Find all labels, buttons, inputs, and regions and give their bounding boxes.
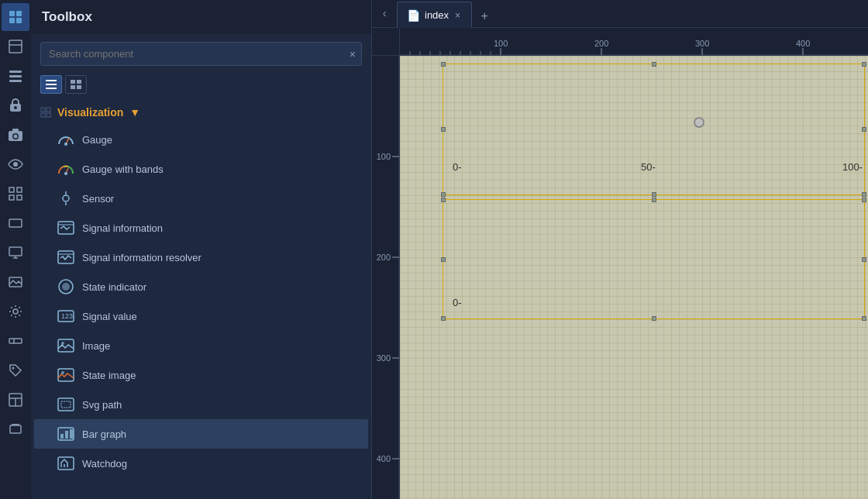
state-image-label: State image: [82, 370, 136, 381]
sensor-label: Sensor: [82, 193, 114, 205]
svg-rect-16: [9, 188, 14, 192]
sidebar-icon-home[interactable]: [2, 3, 29, 31]
resize-handle-tc[interactable]: [652, 62, 656, 67]
sidebar-icon-tag[interactable]: [2, 356, 29, 384]
svg-text:200: 200: [377, 253, 391, 262]
tab-icon: 📄: [407, 9, 420, 22]
resize-handle2-br[interactable]: [862, 316, 866, 321]
signal-resolver-icon: [57, 249, 74, 266]
sidebar-icon-layout[interactable]: [2, 33, 29, 60]
resize-handle2-tr[interactable]: [862, 198, 866, 202]
svg-rect-19: [17, 195, 22, 200]
svg-rect-3: [16, 18, 22, 23]
component-state-indicator[interactable]: State indicator: [34, 272, 368, 301]
gauge-handle[interactable]: [694, 117, 704, 128]
category-name: Visualization: [57, 106, 123, 119]
tab-nav-back-button[interactable]: ‹: [372, 0, 397, 27]
search-input[interactable]: [40, 42, 362, 66]
component-signal-information-resolver[interactable]: Signal information resolver: [34, 243, 368, 272]
component-signal-information[interactable]: Signal information: [34, 213, 368, 243]
resize-handle-br[interactable]: [862, 192, 866, 197]
resize-handle-bc[interactable]: [652, 192, 656, 197]
svg-rect-66: [65, 431, 68, 439]
svg-text:300: 300: [377, 353, 391, 363]
sidebar-icon-eye[interactable]: [2, 150, 29, 178]
sidebar-icon-layers[interactable]: [2, 415, 29, 443]
list-view-button[interactable]: [40, 75, 62, 94]
svg-text:400: 400: [377, 454, 391, 463]
sidebar-icon-tool[interactable]: [2, 327, 29, 355]
resize-handle2-tl[interactable]: [441, 198, 446, 202]
svg-rect-63: [61, 401, 71, 408]
resize-handle2-bc[interactable]: [652, 316, 656, 321]
image-icon: [57, 337, 74, 354]
svg-rect-68: [58, 457, 74, 470]
toolbox-panel: Toolbox ×: [31, 0, 372, 499]
svg-rect-39: [71, 85, 75, 89]
resize-handle-tr[interactable]: [862, 62, 866, 67]
resize-handle-ml[interactable]: [441, 127, 446, 132]
tab-bar: ‹ 📄 index × +: [372, 0, 868, 28]
component-state-image[interactable]: State image: [34, 360, 368, 390]
svg-rect-26: [9, 339, 22, 343]
sidebar-icon-list[interactable]: [2, 62, 29, 90]
component-gauge-with-bands[interactable]: Gauge with bands: [34, 154, 368, 184]
svg-point-61: [61, 371, 64, 374]
tab-index[interactable]: 📄 index ×: [397, 2, 472, 28]
gauge-icon: [57, 131, 74, 148]
svg-rect-17: [17, 188, 22, 192]
ruler-top: 100 200 300 400 500: [400, 28, 868, 56]
svg-rect-36: [46, 88, 57, 89]
svg-point-46: [64, 172, 67, 175]
svg-text:100: 100: [377, 152, 391, 161]
component-signal-value[interactable]: 123 Signal value: [34, 301, 368, 331]
sidebar-icon-display[interactable]: [2, 239, 29, 267]
svg-point-28: [12, 367, 15, 370]
svg-rect-33: [12, 424, 19, 425]
widget1-label-100: 100-: [842, 161, 863, 173]
widget-frame-2[interactable]: 0-: [443, 199, 865, 319]
component-image[interactable]: Image: [34, 331, 368, 360]
resize-handle2-ml[interactable]: [441, 257, 446, 262]
resize-handle-mr[interactable]: [862, 127, 866, 132]
svg-point-10: [14, 106, 17, 109]
ruler-top-svg: 100 200 300 400 500: [400, 28, 868, 56]
grid-view-button[interactable]: [65, 75, 87, 94]
svg-rect-43: [41, 113, 45, 117]
resize-handle2-mr[interactable]: [862, 257, 866, 262]
resize-handle2-bl[interactable]: [441, 316, 446, 321]
toolbox-content: Visualization ▼ Gauge: [31, 100, 371, 499]
svg-point-15: [13, 162, 18, 167]
sidebar-icon-lock[interactable]: [2, 91, 29, 119]
resize-handle-tl[interactable]: [441, 62, 446, 67]
canvas-area: 100 200 300 400 500: [372, 28, 868, 499]
svg-text:100: 100: [494, 39, 508, 48]
gauge-with-bands-label: Gauge with bands: [82, 163, 164, 175]
category-arrow: ▼: [129, 106, 140, 119]
svg-rect-21: [9, 247, 22, 256]
resize-handle2-tc[interactable]: [652, 198, 656, 202]
gauge-bands-icon: [57, 160, 74, 177]
sidebar-icon-rect[interactable]: [2, 209, 29, 237]
sidebar-icon-image2[interactable]: [2, 268, 29, 296]
sidebar-icon-panel[interactable]: [2, 386, 29, 414]
component-svg-path[interactable]: Svg path: [34, 390, 368, 419]
tab-close-button[interactable]: ×: [453, 9, 462, 22]
component-gauge[interactable]: Gauge: [34, 125, 368, 154]
tab-add-button[interactable]: +: [474, 5, 495, 27]
search-clear-button[interactable]: ×: [350, 48, 356, 60]
component-sensor[interactable]: Sensor: [34, 184, 368, 213]
widget-frame-1[interactable]: 0- 50- 100-: [443, 64, 865, 195]
svg-rect-35: [46, 84, 57, 85]
canvas-content[interactable]: 0- 50- 100- 0-: [400, 56, 868, 499]
visualization-category[interactable]: Visualization ▼: [34, 100, 368, 125]
component-watchdog[interactable]: Watchdog: [34, 449, 368, 478]
sidebar-icon-camera[interactable]: [2, 121, 29, 149]
svg-rect-6: [9, 71, 22, 73]
resize-handle-bl[interactable]: [441, 192, 446, 197]
svg-rect-67: [70, 429, 73, 439]
svg-point-45: [64, 143, 67, 146]
sidebar-icon-grid2[interactable]: [2, 180, 29, 208]
component-bar-graph[interactable]: Bar graph: [34, 419, 368, 449]
sidebar-icon-gear[interactable]: [2, 298, 29, 325]
